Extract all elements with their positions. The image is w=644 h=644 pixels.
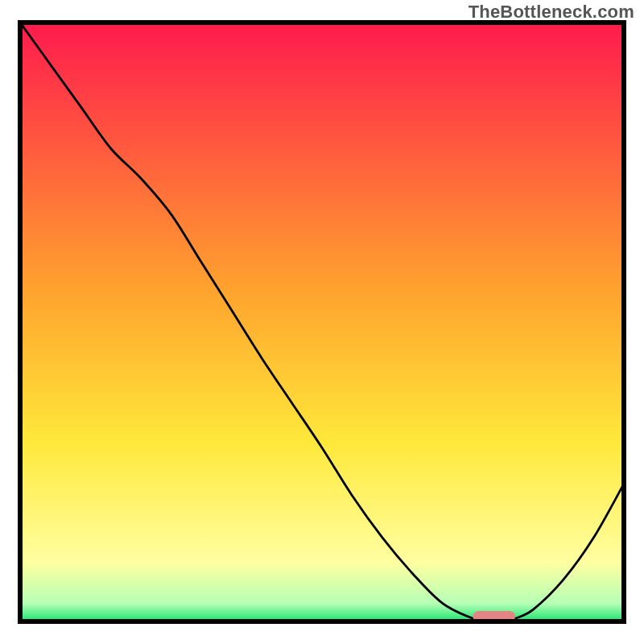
chart-container: TheBottleneck.com (0, 0, 644, 644)
plot-background (20, 23, 624, 621)
chart-svg (0, 0, 644, 644)
